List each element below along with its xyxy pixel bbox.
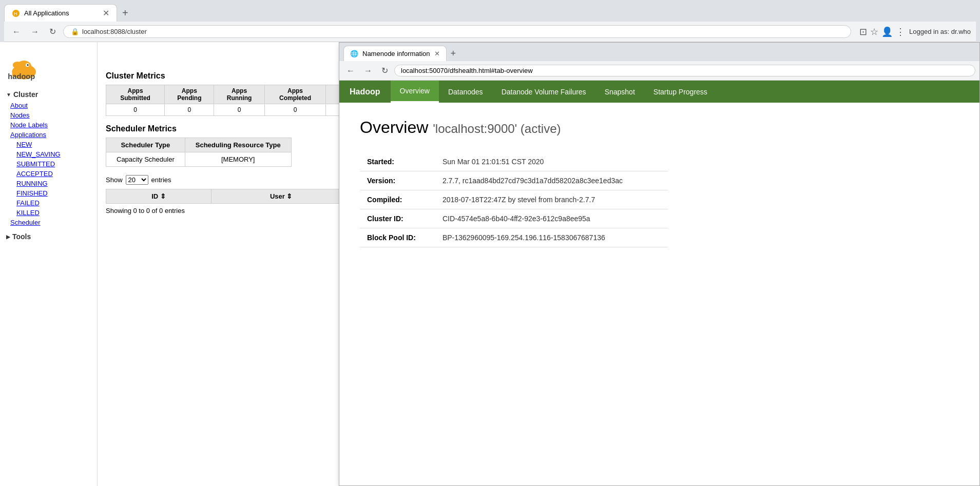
popup-content: Hadoop Overview Datanodes Datanode Volum… [339, 81, 979, 485]
scheduler-resource-val: [MEMORY] [185, 152, 291, 167]
scheduler-metrics-table: Scheduler Type Scheduling Resource Type … [106, 138, 292, 167]
info-val-cluster-id: CID-4574e5a8-6b40-4ff2-92e3-612c9a8ee95a [435, 209, 668, 228]
back-button[interactable]: ← [9, 25, 24, 38]
sidebar-item-submitted[interactable]: SUBMITTED [6, 159, 97, 169]
tab-favicon: H [12, 9, 20, 17]
menu-icon[interactable]: ⋮ [896, 26, 905, 37]
popup-reload-button[interactable]: ↻ [378, 64, 391, 77]
info-label-version: Version: [360, 171, 435, 190]
svg-text:H: H [14, 11, 17, 16]
info-row-cluster-id: Cluster ID: CID-4574e5a8-6b40-4ff2-92e3-… [360, 209, 668, 228]
sidebar-item-about[interactable]: About [0, 101, 97, 110]
sidebar: hadoop ▼ Cluster About Nodes Node Labels… [0, 42, 98, 486]
tab-close-button[interactable]: ✕ [103, 9, 109, 17]
hadoop-elephant-svg: hadoop [5, 51, 46, 82]
popup-address-bar[interactable]: localhost:50070/dfshealth.html#tab-overv… [394, 65, 975, 76]
popup-url-text: localhost:50070/dfshealth.html#tab-overv… [401, 67, 533, 74]
browser-top: H All Applications ✕ + ← → ↻ 🔒 localhost… [0, 0, 980, 42]
popup-new-tab-button[interactable]: + [448, 48, 459, 59]
new-tab-button[interactable]: + [118, 7, 132, 19]
overview-content: Overview 'localhost:9000' (active) Start… [339, 103, 979, 263]
svg-text:hadoop: hadoop [8, 72, 35, 81]
cast-icon[interactable]: ⊡ [859, 26, 867, 37]
svg-point-8 [13, 62, 23, 68]
col-apps-completed: AppsCompleted [264, 85, 326, 104]
sidebar-item-new[interactable]: NEW [6, 140, 97, 149]
nn-nav-snapshot[interactable]: Snapshot [595, 82, 644, 102]
cluster-label: Cluster [13, 90, 38, 99]
logged-in-text: Logged in as: dr.who [909, 28, 971, 35]
nn-nav-startup-progress[interactable]: Startup Progress [644, 82, 717, 102]
nn-nav-datanode-volume-failures[interactable]: Datanode Volume Failures [492, 82, 595, 102]
sidebar-tools-header[interactable]: ▶ Tools [0, 230, 97, 243]
sidebar-tools-section: ▶ Tools [0, 230, 97, 243]
browser-window: H All Applications ✕ + ← → ↻ 🔒 localhost… [0, 0, 980, 486]
lock-icon: 🔒 [71, 28, 79, 35]
address-bar[interactable]: 🔒 localhost:8088/cluster [63, 25, 851, 38]
sidebar-app-sub: NEW NEW_SAVING SUBMITTED ACCEPTED RUNNIN… [6, 140, 97, 218]
info-row-version: Version: 2.7.7, rc1aad84bd27cd79c3d1a7dd… [360, 171, 668, 190]
scheduler-type-val: Capacity Scheduler [106, 152, 185, 167]
val-apps-submitted: 0 [106, 104, 165, 116]
bookmark-icon[interactable]: ☆ [870, 26, 878, 37]
sidebar-item-running[interactable]: RUNNING [6, 179, 97, 188]
nn-nav-datanodes[interactable]: Datanodes [439, 82, 492, 102]
sidebar-item-failed[interactable]: FAILED [6, 198, 97, 208]
popup-back-button[interactable]: ← [343, 64, 358, 77]
hadoop-logo: hadoop [0, 47, 97, 88]
val-apps-pending: 0 [165, 104, 214, 116]
col-apps-running: AppsRunning [214, 85, 264, 104]
info-val-started: Sun Mar 01 21:01:51 CST 2020 [435, 152, 668, 171]
show-label: Show [106, 176, 123, 184]
entries-label: entries [151, 176, 171, 184]
info-val-compiled: 2018-07-18T22:47Z by stevel from branch-… [435, 190, 668, 209]
info-label-started: Started: [360, 152, 435, 171]
browser-actions: ⊡ ☆ 👤 ⋮ [859, 26, 905, 37]
sidebar-item-applications[interactable]: Applications [0, 130, 97, 140]
popup-active-tab[interactable]: 🌐 Namenode information ✕ [343, 46, 447, 61]
tab-bar: H All Applications ✕ + [4, 4, 976, 22]
overview-heading: Overview 'localhost:9000' (active) [360, 118, 959, 137]
scheduler-row: Capacity Scheduler [MEMORY] [106, 152, 292, 167]
namenode-info-table: Started: Sun Mar 01 21:01:51 CST 2020 Ve… [360, 152, 668, 247]
apps-col-user[interactable]: User ⇕ [212, 189, 351, 204]
account-icon[interactable]: 👤 [881, 26, 893, 37]
reload-button[interactable]: ↻ [46, 25, 59, 38]
entries-select[interactable]: 20 50 100 [126, 175, 148, 185]
info-val-block-pool-id: BP-1362960095-169.254.196.116-1583067687… [435, 228, 668, 247]
sidebar-item-node-labels[interactable]: Node Labels [0, 120, 97, 130]
sidebar-cluster-header[interactable]: ▼ Cluster [0, 88, 97, 101]
address-bar-row: ← → ↻ 🔒 localhost:8088/cluster ⊡ ☆ 👤 ⋮ L… [4, 22, 976, 42]
popup-tab-bar: 🌐 Namenode information ✕ + [339, 43, 979, 61]
info-row-started: Started: Sun Mar 01 21:01:51 CST 2020 [360, 152, 668, 171]
popup-tab-favicon: 🌐 [350, 50, 358, 57]
sidebar-item-scheduler[interactable]: Scheduler [0, 218, 97, 227]
forward-button[interactable]: → [28, 25, 42, 38]
svg-point-7 [27, 64, 28, 66]
sidebar-item-nodes[interactable]: Nodes [0, 110, 97, 120]
col-apps-submitted: AppsSubmitted [106, 85, 165, 104]
info-row-block-pool-id: Block Pool ID: BP-1362960095-169.254.196… [360, 228, 668, 247]
active-tab[interactable]: H All Applications ✕ [4, 4, 117, 22]
overview-title-text: Overview [360, 118, 428, 137]
tools-label: Tools [12, 232, 31, 241]
tools-arrow-icon: ▶ [6, 234, 10, 240]
sidebar-item-new-saving[interactable]: NEW_SAVING [6, 149, 97, 159]
popup-tab-close-button[interactable]: ✕ [434, 50, 440, 57]
sidebar-item-finished[interactable]: FINISHED [6, 188, 97, 198]
scheduler-col-type: Scheduler Type [106, 138, 185, 152]
info-label-block-pool-id: Block Pool ID: [360, 228, 435, 247]
col-apps-pending: AppsPending [165, 85, 214, 104]
namenode-popup: 🌐 Namenode information ✕ + ← → ↻ localho… [339, 42, 980, 486]
nn-brand: Hadoop [339, 82, 391, 102]
val-apps-running: 0 [214, 104, 264, 116]
url-text: localhost:8088/cluster [82, 28, 147, 35]
apps-col-id[interactable]: ID ⇕ [106, 189, 212, 204]
popup-forward-button[interactable]: → [361, 64, 375, 77]
sidebar-item-killed[interactable]: KILLED [6, 208, 97, 218]
popup-address-row: ← → ↻ localhost:50070/dfshealth.html#tab… [339, 61, 979, 81]
nn-nav-overview[interactable]: Overview [391, 81, 439, 103]
namenode-navbar: Hadoop Overview Datanodes Datanode Volum… [339, 81, 979, 103]
sidebar-item-accepted[interactable]: ACCEPTED [6, 169, 97, 179]
info-label-compiled: Compiled: [360, 190, 435, 209]
